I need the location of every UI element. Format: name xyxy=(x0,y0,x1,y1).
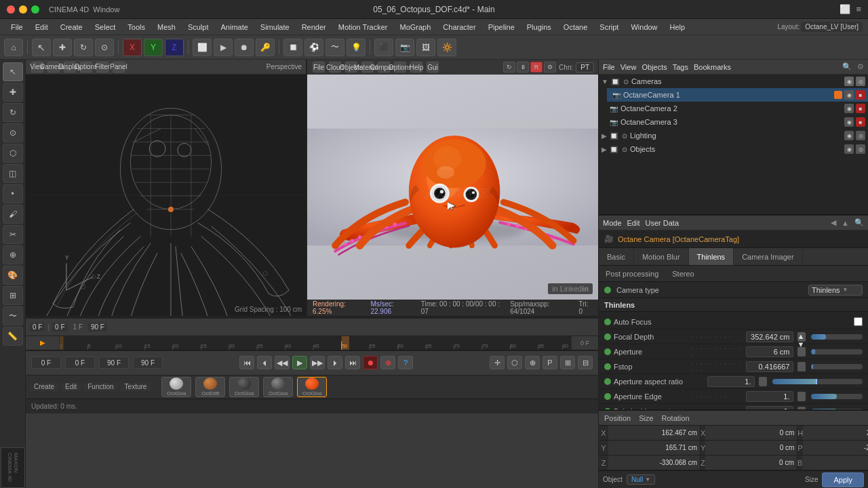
octane-file-menu[interactable]: File xyxy=(313,62,325,73)
toolbar-frame-btn[interactable]: ⬜ xyxy=(193,39,212,56)
menu-mograph[interactable]: MoGraph xyxy=(394,22,436,33)
left-tool-knife[interactable]: ✂ xyxy=(3,225,23,244)
coord-b-rot[interactable] xyxy=(802,455,868,470)
left-tool-select[interactable]: ↖ xyxy=(3,62,23,81)
apply-button[interactable]: Apply xyxy=(822,472,864,487)
playback-next-10[interactable]: ▶▶ xyxy=(310,356,325,369)
toolbar-light2-btn[interactable]: 🔆 xyxy=(437,39,456,56)
frame-input-current[interactable] xyxy=(65,357,95,369)
tab-motion-blur[interactable]: Motion Blur xyxy=(634,248,689,265)
maximize-button[interactable] xyxy=(31,5,39,14)
playback-to-end[interactable]: ⏭ xyxy=(345,356,360,369)
props-userdata-menu[interactable]: User Data xyxy=(646,219,679,227)
timeline-ruler[interactable]: ▶ 0 5 10 xyxy=(26,336,598,351)
menu-motion-tracker[interactable]: Motion Tracker xyxy=(333,22,393,33)
menu-animate[interactable]: Animate xyxy=(215,22,253,33)
left-tool-snap[interactable]: ⊞ xyxy=(3,286,23,305)
menu-mesh[interactable]: Mesh xyxy=(152,22,181,33)
obj-objects-menu[interactable]: Objects xyxy=(642,63,667,71)
frame-input-max[interactable] xyxy=(133,357,163,369)
toolbar-play-btn[interactable]: ▶ xyxy=(214,39,233,56)
menu-simulate[interactable]: Simulate xyxy=(255,22,295,33)
transform-rotation-tab[interactable]: Rotation xyxy=(662,414,690,422)
toolbar-rotate-btn[interactable]: ↻ xyxy=(74,39,93,56)
obj-search-icon[interactable]: 🔍 xyxy=(842,62,852,71)
mat-function-btn[interactable]: Function xyxy=(83,382,117,391)
toolbar-scale-btn[interactable]: ⊙ xyxy=(95,39,114,56)
material-octglos-4[interactable]: OctGlos xyxy=(297,377,327,397)
cam2-visible-btn[interactable]: ◉ xyxy=(844,104,854,113)
menu-create[interactable]: Create xyxy=(55,22,88,33)
cam1-color-btn[interactable] xyxy=(834,91,842,99)
coord-y-size[interactable] xyxy=(705,441,797,455)
object-null-dropdown[interactable]: Null ▼ xyxy=(627,474,655,485)
cam1-render-btn[interactable]: ■ xyxy=(856,90,865,100)
aperture-edge-stepper[interactable] xyxy=(797,392,806,401)
props-search-icon[interactable]: 🔍 xyxy=(854,218,864,227)
playback-play[interactable]: ▶ xyxy=(292,356,307,369)
camera-type-dropdown[interactable]: Thinlens ▼ xyxy=(808,285,863,296)
left-tool-brush[interactable]: 🖌 xyxy=(3,205,23,224)
toolbar-move-btn[interactable]: ✚ xyxy=(53,39,72,56)
props-edit-menu[interactable]: Edit xyxy=(627,219,640,227)
playback-prev-frame[interactable]: ⏴ xyxy=(257,356,272,369)
obj-view-menu[interactable]: View xyxy=(620,63,637,71)
tab-camera-imager[interactable]: Camera Imager xyxy=(734,248,802,265)
toolbar-deform-btn[interactable]: 〜 xyxy=(326,39,344,56)
menu-pipeline[interactable]: Pipeline xyxy=(483,22,520,33)
auto-focus-checkbox[interactable] xyxy=(854,317,863,326)
cam3-visible-btn[interactable]: ◉ xyxy=(844,117,854,127)
viewport-wireframe[interactable]: View Cameras Display Options Filter Pane… xyxy=(26,60,307,316)
coord-x-pos[interactable] xyxy=(608,426,701,440)
channel-dropdown[interactable]: PT xyxy=(576,62,594,73)
cam2-render-btn[interactable]: ■ xyxy=(856,104,865,113)
octane-help-menu[interactable]: Help xyxy=(410,62,422,73)
wireframe-viewport[interactable]: Z Y xyxy=(26,75,306,316)
aperture-edge-slider[interactable] xyxy=(811,394,863,399)
toolbar-home-btn[interactable]: ⌂ xyxy=(4,39,23,56)
menu-plugins[interactable]: Plugins xyxy=(521,22,557,33)
octane-options-menu[interactable]: Options xyxy=(394,62,406,73)
material-octglos-2[interactable]: OctGlos xyxy=(229,377,259,397)
render-btn-1[interactable]: ↻ xyxy=(503,62,515,73)
lighting-visible-btn[interactable]: ◉ xyxy=(844,131,854,140)
left-tool-magnet[interactable]: ⊕ xyxy=(3,245,23,264)
octane-gui-menu[interactable]: Gui xyxy=(427,62,439,73)
aperture-aspect-slider[interactable] xyxy=(772,379,863,384)
props-mode-menu[interactable]: Mode xyxy=(603,219,622,227)
close-button[interactable] xyxy=(7,5,15,14)
obj-file-menu[interactable]: File xyxy=(603,63,615,71)
aperture-value[interactable]: 6 cm xyxy=(746,346,793,357)
fstop-stepper[interactable] xyxy=(797,362,806,371)
render-btn-gear[interactable]: ⚙ xyxy=(544,62,556,73)
obj-octane-camera-1[interactable]: 📷 OctaneCamera 1 ◉ ■ xyxy=(607,88,868,102)
aperture-aspect-stepper[interactable] xyxy=(759,377,767,386)
obj-lighting-folder[interactable]: ▶ 🔲 ⊙ Lighting ◉ ◎ xyxy=(599,129,868,142)
nav-extra[interactable]: ⊟ xyxy=(578,356,593,369)
obj-objects-folder[interactable]: ▶ 🔲 ⊙ Objects ◉ ◎ xyxy=(599,142,868,156)
toolbar-cube-btn[interactable]: 🔲 xyxy=(283,39,302,56)
frame-input-end[interactable] xyxy=(99,357,129,369)
lighting-render-btn[interactable]: ◎ xyxy=(856,131,865,140)
objects-visible-btn[interactable]: ◉ xyxy=(844,144,854,154)
render-btn-r[interactable]: R xyxy=(530,62,542,73)
vp-panel-menu[interactable]: Panel xyxy=(113,62,125,73)
menu-octane[interactable]: Octane xyxy=(558,22,593,33)
menu-tools[interactable]: Tools xyxy=(122,22,151,33)
coord-p-rot[interactable] xyxy=(803,441,868,455)
cam1-visible-btn[interactable]: ◉ xyxy=(844,90,854,100)
menu-select[interactable]: Select xyxy=(90,22,121,33)
timeline-ticks[interactable]: 0 5 10 15 20 25 30 xyxy=(60,336,571,350)
vp-filter-menu[interactable]: Filter xyxy=(96,62,108,73)
frame-input-start[interactable] xyxy=(31,357,61,369)
obj-octane-camera-2[interactable]: 📷 OctaneCamera 2 ◉ ■ xyxy=(607,102,868,115)
menu-window[interactable]: Window xyxy=(625,22,663,33)
render-area[interactable]: 人人素材社区 人人素材社区 人人素材社区 in Linkedin xyxy=(307,75,598,300)
menu-edit[interactable]: Edit xyxy=(30,22,54,33)
tab-thinlens[interactable]: Thinlens xyxy=(689,248,734,265)
obj-gear-icon[interactable]: ⚙ xyxy=(857,62,864,71)
material-octglos-1[interactable]: OctGlos xyxy=(161,377,191,397)
subtab-stereo[interactable]: Stereo xyxy=(665,266,701,281)
bokeh-side-count-slider[interactable] xyxy=(811,409,863,410)
vp-options-menu[interactable]: Options xyxy=(80,62,92,73)
